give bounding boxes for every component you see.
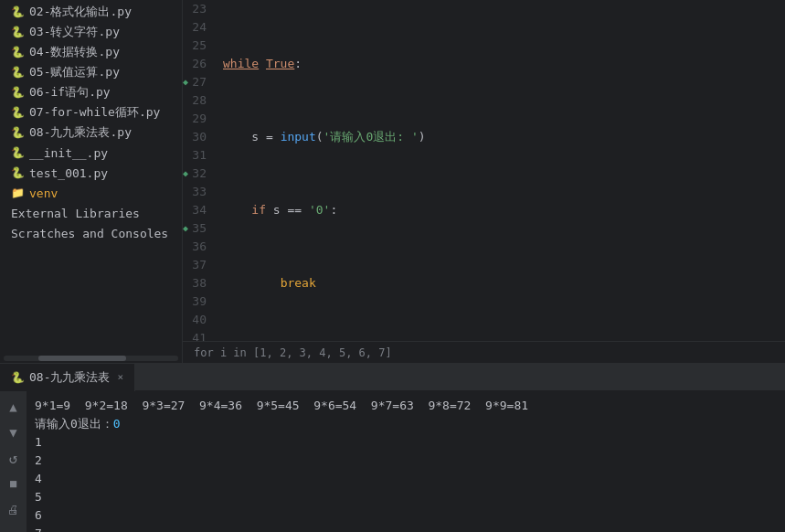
line-num-28: 28 xyxy=(183,91,212,110)
sidebar-item-label: External Libraries xyxy=(11,207,140,220)
line-num-27: ◆ 27 xyxy=(183,73,212,91)
sidebar-item-label: 08-九九乘法表.py xyxy=(29,124,132,141)
folder-icon: 📁 xyxy=(11,186,25,199)
code-line-23: while True: xyxy=(223,55,785,73)
console-tab[interactable]: 🐍 08-九九乘法表 × xyxy=(0,364,135,391)
gutter-breakpoint-icon: ◆ xyxy=(183,73,188,91)
console-line-5: 5 xyxy=(35,488,778,506)
sidebar-item-label: test_001.py xyxy=(29,166,108,180)
line-num-36: 36 xyxy=(183,238,212,256)
line-num-30: 30 xyxy=(183,128,212,146)
sidebar-item-label: Scratches and Consoles xyxy=(11,227,168,240)
sidebar: 🐍 02-格式化输出.py 🐍 03-转义字符.py 🐍 04-数据转换.py … xyxy=(0,0,183,363)
sidebar-item-label: __init__.py xyxy=(29,146,108,160)
sidebar-item-label: 03-转义字符.py xyxy=(29,24,120,40)
console-line-6: 6 xyxy=(35,506,778,525)
sidebar-item-venv[interactable]: 📁 venv xyxy=(0,183,182,203)
line-num-41: 41 xyxy=(183,329,212,341)
bottom-panel: 🐍 08-九九乘法表 × ▲ ▼ ↺ ■ 🖨 9*1=9 9*2=18 9*3=… xyxy=(0,363,785,532)
sidebar-item-init[interactable]: 🐍 __init__.py xyxy=(0,143,182,163)
python-file-icon: 🐍 xyxy=(11,166,25,179)
sidebar-item-label: 05-赋值运算.py xyxy=(29,64,120,80)
console-cursor: 0 xyxy=(113,415,121,433)
code-line-25: if s == '0': xyxy=(223,201,785,219)
python-file-icon: 🐍 xyxy=(11,5,25,18)
console-line-2: 2 xyxy=(35,452,778,470)
line-num-23: 23 xyxy=(183,0,212,18)
python-file-icon: 🐍 xyxy=(11,86,25,99)
code-line-26: break xyxy=(223,274,785,293)
python-file-icon: 🐍 xyxy=(11,66,25,79)
line-num-37: 37 xyxy=(183,256,212,274)
bottom-with-controls: ▲ ▼ ↺ ■ 🖨 9*1=9 9*2=18 9*3=27 9*4=36 9*5… xyxy=(0,391,785,532)
line-num-40: 40 xyxy=(183,311,212,329)
code-line-24: s = input('请输入0退出: ') xyxy=(223,128,785,146)
tab-label: 08-九九乘法表 xyxy=(29,369,110,386)
line-num-24: 24 xyxy=(183,18,212,37)
line-numbers: 23 24 25 26 ◆ 27 28 29 30 31 ◆ 32 33 34 xyxy=(183,0,219,341)
python-file-icon: 🐍 xyxy=(11,106,25,119)
keyword-while: while xyxy=(223,55,259,73)
sidebar-item-external-libs[interactable]: External Libraries xyxy=(0,203,182,223)
line-num-39: 39 xyxy=(183,293,212,311)
scroll-up-button[interactable]: ▲ xyxy=(4,397,24,417)
sidebar-item-scratches[interactable]: Scratches and Consoles xyxy=(0,223,182,243)
print-button[interactable]: 🖨 xyxy=(4,499,24,519)
sidebar-item-02[interactable]: 🐍 02-格式化输出.py xyxy=(0,2,182,22)
prompt-text: 请输入0退出： xyxy=(35,415,113,433)
line-num-35: ◆ 35 xyxy=(183,219,212,238)
tab-close-button[interactable]: × xyxy=(117,371,123,383)
panel-side-bar: ▲ ▼ ↺ ■ 🖨 xyxy=(0,391,27,532)
sidebar-item-03[interactable]: 🐍 03-转义字符.py xyxy=(0,22,182,42)
sidebar-item-05[interactable]: 🐍 05-赋值运算.py xyxy=(0,62,182,82)
sidebar-item-04[interactable]: 🐍 04-数据转换.py xyxy=(0,42,182,62)
code-content[interactable]: while True: s = input('请输入0退出: ') if s =… xyxy=(219,0,785,341)
sidebar-item-label: 02-格式化输出.py xyxy=(29,4,132,20)
rerun-button[interactable]: ↺ xyxy=(4,448,24,468)
console-line-4: 4 xyxy=(35,470,778,488)
python-file-icon: 🐍 xyxy=(11,146,25,159)
tab-python-icon: 🐍 xyxy=(11,371,25,384)
line-num-38: 38 xyxy=(183,274,212,293)
console-output: 9*1=9 9*2=18 9*3=27 9*4=36 9*5=45 9*6=54… xyxy=(27,391,785,532)
line-num-29: 29 xyxy=(183,110,212,128)
code-container: 23 24 25 26 ◆ 27 28 29 30 31 ◆ 32 33 34 xyxy=(183,0,785,341)
scroll-down-button[interactable]: ▼ xyxy=(4,422,24,442)
sidebar-item-08[interactable]: 🐍 08-九九乘法表.py xyxy=(0,122,182,143)
sidebar-item-06[interactable]: 🐍 06-if语句.py xyxy=(0,82,182,102)
editor-breadcrumb: for i in [1, 2, 3, 4, 5, 6, 7] xyxy=(183,341,785,363)
gutter-breakpoint-icon: ◆ xyxy=(183,219,188,238)
line-num-31: 31 xyxy=(183,146,212,165)
sidebar-item-label: 04-数据转换.py xyxy=(29,44,120,60)
line-num-26: 26 xyxy=(183,55,212,73)
python-file-icon: 🐍 xyxy=(11,46,25,59)
console-line-multiplication: 9*1=9 9*2=18 9*3=27 9*4=36 9*5=45 9*6=54… xyxy=(35,397,778,415)
console-line-1: 1 xyxy=(35,433,778,452)
sidebar-item-07[interactable]: 🐍 07-for-while循环.py xyxy=(0,102,182,122)
line-num-34: 34 xyxy=(183,201,212,219)
sidebar-scrollbar[interactable] xyxy=(4,356,178,361)
sidebar-item-label: 07-for-while循环.py xyxy=(29,104,160,121)
sidebar-scrollbar-thumb xyxy=(38,356,126,361)
console-line-prompt: 请输入0退出：0 xyxy=(35,415,778,433)
sidebar-item-label: venv xyxy=(29,186,58,200)
console-line-7: 7 xyxy=(35,525,778,532)
python-file-icon: 🐍 xyxy=(11,26,25,38)
breadcrumb-text: for i in [1, 2, 3, 4, 5, 6, 7] xyxy=(194,346,392,359)
editor-area: 23 24 25 26 ◆ 27 28 29 30 31 ◆ 32 33 34 xyxy=(183,0,785,363)
sidebar-item-test[interactable]: 🐍 test_001.py xyxy=(0,163,182,183)
sidebar-item-label: 06-if语句.py xyxy=(29,84,111,101)
stop-button[interactable]: ■ xyxy=(4,473,24,494)
python-file-icon: 🐍 xyxy=(11,126,25,139)
line-num-33: 33 xyxy=(183,183,212,201)
line-num-32: ◆ 32 xyxy=(183,165,212,183)
bottom-panel-tabs: 🐍 08-九九乘法表 × xyxy=(0,364,785,391)
gutter-breakpoint-icon: ◆ xyxy=(183,165,188,183)
sidebar-scroll: 🐍 02-格式化输出.py 🐍 03-转义字符.py 🐍 04-数据转换.py … xyxy=(0,2,182,354)
line-num-25: 25 xyxy=(183,37,212,55)
